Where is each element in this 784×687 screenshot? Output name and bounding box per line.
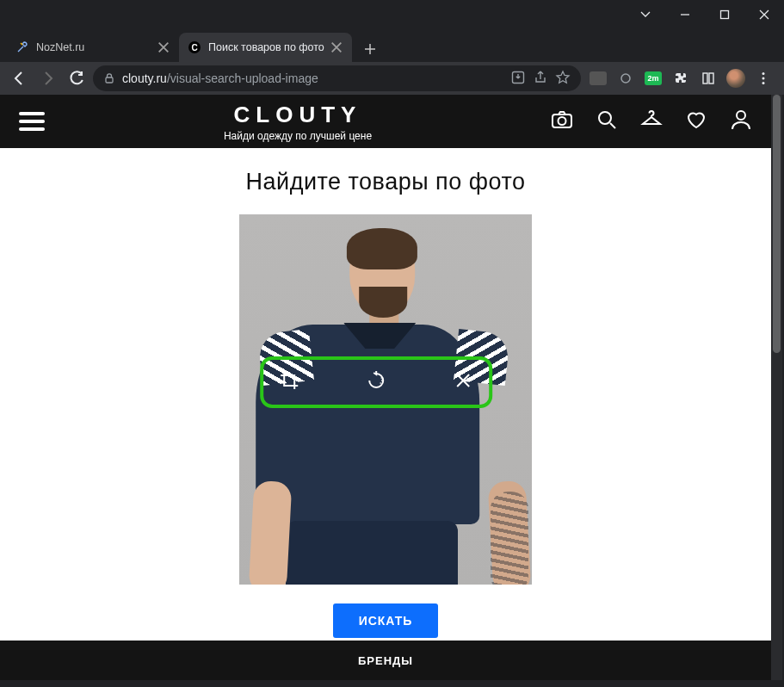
main-content: Найдите товары по фото ИСКАТЬ [0, 148, 771, 638]
svg-point-18 [381, 380, 383, 381]
browser-tab-active[interactable]: C Поиск товаров по фото [179, 33, 352, 62]
star-icon[interactable] [555, 70, 571, 88]
tab-title: Поиск товаров по фото [208, 41, 324, 53]
svg-point-6 [621, 74, 630, 83]
svg-rect-8 [709, 73, 713, 84]
svg-point-17 [380, 382, 381, 384]
extensions-puzzle-icon[interactable] [669, 66, 693, 90]
svg-point-9 [762, 72, 765, 75]
chevron-down-icon[interactable] [626, 0, 665, 29]
search-button[interactable]: ИСКАТЬ [333, 603, 439, 638]
svg-rect-1 [721, 11, 729, 19]
reload-button[interactable] [64, 65, 91, 92]
svg-rect-7 [703, 73, 707, 84]
new-tab-button[interactable] [357, 36, 383, 62]
url-text: clouty.ru/visual-search-upload-image [122, 71, 503, 85]
svg-point-13 [559, 117, 566, 125]
extension-icon[interactable]: 2m [641, 66, 665, 90]
footer-brands-label: БРЕНДЫ [358, 654, 413, 667]
svg-point-19 [380, 377, 382, 379]
clouty-favicon: C [188, 40, 201, 54]
extension-icon[interactable] [586, 66, 610, 90]
brand-block[interactable]: CLOUTY Найди одежду по лучшей цене [45, 102, 551, 142]
extension-icon[interactable] [614, 66, 638, 90]
svg-point-10 [762, 77, 765, 80]
crop-icon[interactable] [279, 370, 299, 394]
browser-toolbar: clouty.ru/visual-search-upload-image 2m [0, 62, 784, 95]
scrollbar-thumb[interactable] [773, 95, 781, 353]
site-header: CLOUTY Найди одежду по лучшей цене [0, 95, 771, 148]
window-titlebar [0, 0, 784, 29]
remove-image-icon[interactable] [453, 370, 473, 394]
svg-text:C: C [191, 43, 197, 53]
brand-logo: CLOUTY [45, 102, 551, 128]
page-viewport: CLOUTY Найди одежду по лучшей цене Найди… [0, 95, 771, 680]
close-icon[interactable] [330, 40, 343, 54]
brand-tagline: Найди одежду по лучшей цене [45, 130, 551, 142]
camera-icon[interactable] [551, 108, 573, 134]
install-icon[interactable] [510, 70, 526, 88]
browser-tab[interactable]: NozNet.ru [7, 33, 179, 62]
heart-icon[interactable] [685, 108, 707, 134]
search-icon[interactable] [596, 108, 618, 134]
wrench-icon [15, 40, 29, 54]
svg-line-15 [610, 123, 615, 128]
profile-avatar[interactable] [724, 66, 748, 90]
lock-icon [103, 72, 115, 84]
kebab-menu-icon[interactable] [751, 66, 775, 90]
hamburger-menu-icon[interactable] [19, 112, 45, 131]
close-icon[interactable] [157, 40, 170, 54]
svg-point-11 [762, 82, 765, 84]
svg-point-14 [599, 112, 611, 124]
user-icon[interactable] [730, 108, 752, 134]
rotate-icon[interactable] [366, 370, 386, 394]
vertical-scrollbar[interactable] [771, 95, 782, 680]
page-heading: Найдите товары по фото [0, 169, 771, 195]
svg-point-16 [737, 111, 745, 120]
reading-list-icon[interactable] [696, 66, 720, 90]
hanger-icon[interactable] [640, 108, 663, 134]
back-button[interactable] [5, 65, 33, 92]
forward-button[interactable] [34, 65, 62, 92]
window-maximize-button[interactable] [705, 0, 744, 29]
window-close-button[interactable] [744, 0, 784, 29]
uploaded-image-preview [239, 214, 532, 585]
svg-rect-4 [106, 77, 113, 83]
share-icon[interactable] [533, 70, 548, 88]
image-toolbar-highlight [260, 356, 492, 408]
footer-brands-bar[interactable]: БРЕНДЫ [0, 641, 771, 680]
header-actions [551, 108, 752, 134]
extension-row: 2m [583, 66, 779, 90]
window-minimize-button[interactable] [665, 0, 705, 29]
address-bar[interactable]: clouty.ru/visual-search-upload-image [93, 65, 581, 91]
tab-title: NozNet.ru [36, 41, 151, 53]
browser-tabstrip: NozNet.ru C Поиск товаров по фото [0, 29, 784, 62]
